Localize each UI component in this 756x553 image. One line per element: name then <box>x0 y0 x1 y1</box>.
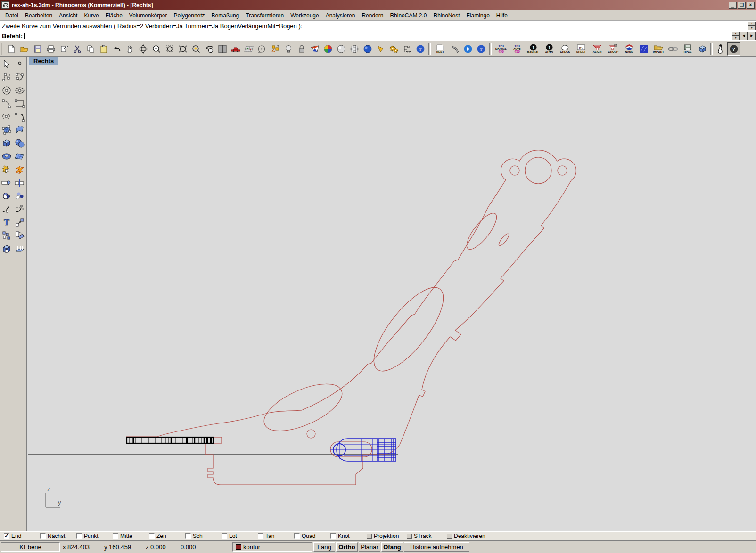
osnap-checkbox-item[interactable]: Lot <box>222 533 258 539</box>
options-gears-button[interactable] <box>387 42 401 56</box>
paste-button[interactable] <box>97 42 110 56</box>
menu-item[interactable]: Bearbeiten <box>22 11 56 20</box>
rhinocam-check-button[interactable]: CHECK <box>557 42 573 56</box>
command-scroll-left[interactable]: ◀ <box>740 32 748 40</box>
rhinocam-manual-1-button[interactable]: 1MANUAL <box>525 42 541 56</box>
import-button[interactable]: IMPORT <box>650 42 666 56</box>
osnap-toggle-button[interactable]: Projektion <box>367 533 407 539</box>
point-button[interactable] <box>13 57 26 71</box>
help-button[interactable]: ? <box>414 42 427 56</box>
osnap-checkbox[interactable] <box>4 533 9 539</box>
properties-button[interactable] <box>58 42 71 56</box>
light-button[interactable] <box>282 42 295 56</box>
save-button[interactable] <box>31 42 44 56</box>
minimize-button[interactable]: _ <box>729 2 737 9</box>
select-pointer-button[interactable] <box>0 57 13 71</box>
osnap-toggle-box[interactable] <box>447 534 452 539</box>
toolbar-grip[interactable] <box>1 43 3 55</box>
cut-button[interactable] <box>71 42 84 56</box>
status-toggle-button[interactable]: Fang <box>313 542 335 552</box>
menu-item[interactable]: Fläche <box>102 11 126 20</box>
menu-item[interactable]: Transformieren <box>242 11 287 20</box>
osnap-checkbox[interactable] <box>258 533 263 539</box>
menu-item[interactable]: Datei <box>2 11 22 20</box>
hpgl-button[interactable]: HPGL <box>680 42 696 56</box>
osnap-toggle-button[interactable]: Deaktivieren <box>447 533 487 539</box>
cplane-button-status[interactable]: KEbene <box>1 542 60 552</box>
rhinocam-sheet-button[interactable]: n?SHEET <box>573 42 589 56</box>
torus-button[interactable] <box>0 150 13 163</box>
viewport-label[interactable]: Rechts <box>29 57 58 65</box>
menu-item[interactable]: Kurve <box>81 11 102 20</box>
menu-item[interactable]: Analysieren <box>322 11 359 20</box>
rhinocam-name-button[interactable]: NAME <box>621 42 637 56</box>
polygon-button[interactable] <box>0 110 13 123</box>
extrude-button[interactable] <box>13 242 26 255</box>
osnap-checkbox-item[interactable]: Zen <box>149 533 185 539</box>
control-point-curve-button[interactable] <box>0 71 13 84</box>
osnap-checkbox-item[interactable]: Punkt <box>76 533 113 539</box>
hammer-tool-button[interactable] <box>448 42 461 56</box>
osnap-checkbox-item[interactable]: Tan <box>258 533 294 539</box>
osnap-checkbox[interactable] <box>222 533 227 539</box>
circle-button[interactable] <box>0 84 13 97</box>
command-history-scroll[interactable]: ▲▼ <box>748 22 756 30</box>
curve-through-points-button[interactable] <box>13 71 26 84</box>
ellipse-button[interactable] <box>13 84 26 97</box>
osnap-checkbox[interactable] <box>76 533 82 539</box>
undo-view-button[interactable] <box>203 42 216 56</box>
surface-from-points-button[interactable] <box>0 123 13 137</box>
flamingo-penguin-button[interactable] <box>714 42 727 56</box>
viewport-canvas[interactable]: z y <box>27 57 756 531</box>
rhinocam-auto-1-button[interactable]: 1AUTO <box>541 42 557 56</box>
zoom-extents-button[interactable] <box>176 42 189 56</box>
texture-button[interactable] <box>637 42 650 56</box>
boolean-difference-button[interactable] <box>0 242 13 255</box>
lock-button[interactable] <box>295 42 308 56</box>
menu-item[interactable]: Volumenkörper <box>126 11 171 20</box>
osnap-checkbox[interactable] <box>185 533 191 539</box>
rotate-copy-button[interactable] <box>13 229 26 242</box>
menu-item[interactable]: Rendern <box>358 11 386 20</box>
text-button[interactable]: T <box>0 216 13 229</box>
osnap-checkbox[interactable] <box>294 533 300 539</box>
cplane-button[interactable] <box>255 42 269 56</box>
box-button[interactable] <box>0 137 13 150</box>
osnap-checkbox-item[interactable]: Mitte <box>113 533 149 539</box>
restore-button[interactable]: ❐ <box>738 2 746 9</box>
osnap-checkbox-item[interactable]: Nächst <box>40 533 76 539</box>
osnap-toggle-button[interactable]: STrack <box>407 533 447 539</box>
menu-item[interactable]: Flamingo <box>463 11 493 20</box>
pan-hand-button[interactable] <box>123 42 137 56</box>
rhinocam-manual-123-button[interactable]: 123MANUAL456 <box>493 42 509 56</box>
scale-button[interactable] <box>13 216 26 229</box>
dimension-button[interactable] <box>401 42 414 56</box>
blend-curve-button[interactable] <box>13 203 26 216</box>
close-button[interactable]: × <box>747 2 755 9</box>
osnap-checkbox[interactable] <box>330 533 336 539</box>
trim-button[interactable] <box>0 176 13 189</box>
undo-button[interactable] <box>110 42 123 56</box>
rhinocam-align-button[interactable]: ALIGN <box>589 42 605 56</box>
sphere-button[interactable] <box>13 137 26 150</box>
shade-button[interactable] <box>308 42 321 56</box>
zoom-selected-button[interactable] <box>189 42 203 56</box>
split-button[interactable] <box>13 176 26 189</box>
cube-button[interactable] <box>696 42 709 56</box>
extend-curve-button[interactable] <box>0 203 13 216</box>
record-history-button[interactable]: Historie aufnehmen <box>404 542 469 552</box>
osnap-toggle-box[interactable] <box>367 534 372 539</box>
print-button[interactable] <box>44 42 58 56</box>
curve-boolean-button[interactable] <box>0 189 13 203</box>
osnap-toggle-box[interactable] <box>407 534 412 539</box>
osnap-checkbox-item[interactable]: End <box>4 533 40 539</box>
layer-panel[interactable]: kontur <box>232 542 312 552</box>
wireframe-sphere-button[interactable] <box>348 42 361 56</box>
play-render-button[interactable] <box>461 42 475 56</box>
point-style-button[interactable] <box>269 42 282 56</box>
zoom-window-button[interactable] <box>163 42 176 56</box>
chain-link-button[interactable] <box>666 42 680 56</box>
menu-item[interactable]: Werkzeuge <box>287 11 322 20</box>
shaded-sphere-button[interactable] <box>335 42 348 56</box>
cone-flag-button[interactable] <box>374 42 387 56</box>
